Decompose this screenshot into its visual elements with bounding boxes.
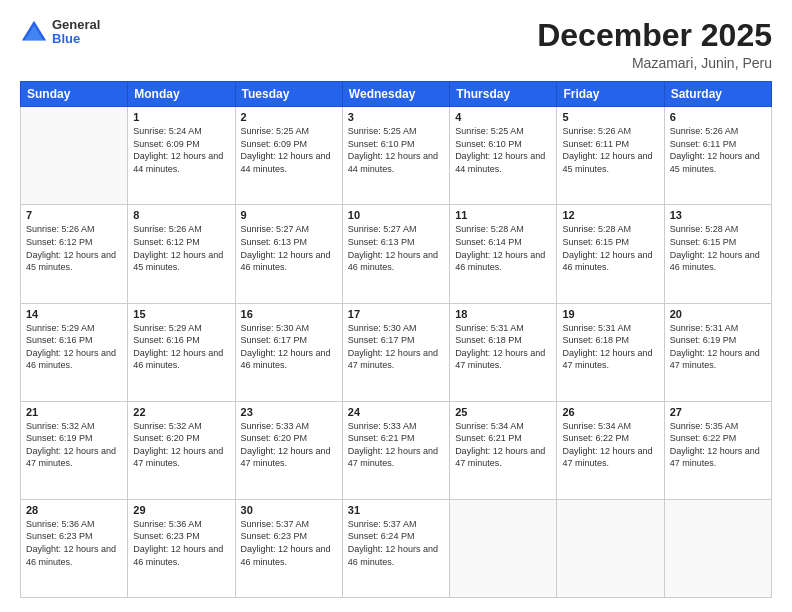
logo-blue-text: Blue [52, 32, 100, 46]
day-number: 8 [133, 209, 229, 221]
day-number: 18 [455, 308, 551, 320]
day-info: Sunrise: 5:34 AMSunset: 6:22 PMDaylight:… [562, 420, 658, 470]
calendar-cell: 16Sunrise: 5:30 AMSunset: 6:17 PMDayligh… [235, 303, 342, 401]
calendar-week-5: 28Sunrise: 5:36 AMSunset: 6:23 PMDayligh… [21, 499, 772, 597]
calendar-cell: 7Sunrise: 5:26 AMSunset: 6:12 PMDaylight… [21, 205, 128, 303]
day-number: 30 [241, 504, 337, 516]
day-number: 31 [348, 504, 444, 516]
calendar-cell: 9Sunrise: 5:27 AMSunset: 6:13 PMDaylight… [235, 205, 342, 303]
calendar-table: SundayMondayTuesdayWednesdayThursdayFrid… [20, 81, 772, 598]
day-info: Sunrise: 5:32 AMSunset: 6:20 PMDaylight:… [133, 420, 229, 470]
calendar-header-friday: Friday [557, 82, 664, 107]
day-info: Sunrise: 5:29 AMSunset: 6:16 PMDaylight:… [133, 322, 229, 372]
calendar-week-1: 1Sunrise: 5:24 AMSunset: 6:09 PMDaylight… [21, 107, 772, 205]
calendar-cell: 27Sunrise: 5:35 AMSunset: 6:22 PMDayligh… [664, 401, 771, 499]
day-info: Sunrise: 5:31 AMSunset: 6:18 PMDaylight:… [562, 322, 658, 372]
title-area: December 2025 Mazamari, Junin, Peru [537, 18, 772, 71]
day-info: Sunrise: 5:26 AMSunset: 6:12 PMDaylight:… [26, 223, 122, 273]
logo: General Blue [20, 18, 100, 47]
day-info: Sunrise: 5:29 AMSunset: 6:16 PMDaylight:… [26, 322, 122, 372]
day-info: Sunrise: 5:37 AMSunset: 6:23 PMDaylight:… [241, 518, 337, 568]
day-info: Sunrise: 5:31 AMSunset: 6:19 PMDaylight:… [670, 322, 766, 372]
calendar-cell: 15Sunrise: 5:29 AMSunset: 6:16 PMDayligh… [128, 303, 235, 401]
day-info: Sunrise: 5:30 AMSunset: 6:17 PMDaylight:… [348, 322, 444, 372]
day-number: 2 [241, 111, 337, 123]
calendar-cell: 3Sunrise: 5:25 AMSunset: 6:10 PMDaylight… [342, 107, 449, 205]
day-number: 4 [455, 111, 551, 123]
day-number: 28 [26, 504, 122, 516]
calendar-header-thursday: Thursday [450, 82, 557, 107]
day-number: 3 [348, 111, 444, 123]
day-number: 13 [670, 209, 766, 221]
day-info: Sunrise: 5:34 AMSunset: 6:21 PMDaylight:… [455, 420, 551, 470]
day-info: Sunrise: 5:25 AMSunset: 6:09 PMDaylight:… [241, 125, 337, 175]
day-info: Sunrise: 5:33 AMSunset: 6:21 PMDaylight:… [348, 420, 444, 470]
calendar-cell: 18Sunrise: 5:31 AMSunset: 6:18 PMDayligh… [450, 303, 557, 401]
calendar-cell [450, 499, 557, 597]
day-info: Sunrise: 5:31 AMSunset: 6:18 PMDaylight:… [455, 322, 551, 372]
day-info: Sunrise: 5:28 AMSunset: 6:15 PMDaylight:… [670, 223, 766, 273]
day-info: Sunrise: 5:27 AMSunset: 6:13 PMDaylight:… [348, 223, 444, 273]
calendar-cell: 24Sunrise: 5:33 AMSunset: 6:21 PMDayligh… [342, 401, 449, 499]
calendar-cell: 10Sunrise: 5:27 AMSunset: 6:13 PMDayligh… [342, 205, 449, 303]
calendar-cell: 30Sunrise: 5:37 AMSunset: 6:23 PMDayligh… [235, 499, 342, 597]
calendar-week-3: 14Sunrise: 5:29 AMSunset: 6:16 PMDayligh… [21, 303, 772, 401]
logo-general-text: General [52, 18, 100, 32]
day-info: Sunrise: 5:30 AMSunset: 6:17 PMDaylight:… [241, 322, 337, 372]
day-number: 7 [26, 209, 122, 221]
day-info: Sunrise: 5:27 AMSunset: 6:13 PMDaylight:… [241, 223, 337, 273]
day-number: 1 [133, 111, 229, 123]
day-number: 12 [562, 209, 658, 221]
logo-icon [20, 18, 48, 46]
day-number: 20 [670, 308, 766, 320]
calendar-cell: 28Sunrise: 5:36 AMSunset: 6:23 PMDayligh… [21, 499, 128, 597]
day-number: 5 [562, 111, 658, 123]
day-info: Sunrise: 5:36 AMSunset: 6:23 PMDaylight:… [26, 518, 122, 568]
day-number: 11 [455, 209, 551, 221]
calendar-cell: 22Sunrise: 5:32 AMSunset: 6:20 PMDayligh… [128, 401, 235, 499]
calendar-header-monday: Monday [128, 82, 235, 107]
day-info: Sunrise: 5:28 AMSunset: 6:15 PMDaylight:… [562, 223, 658, 273]
month-title: December 2025 [537, 18, 772, 53]
day-info: Sunrise: 5:25 AMSunset: 6:10 PMDaylight:… [455, 125, 551, 175]
calendar-header-row: SundayMondayTuesdayWednesdayThursdayFrid… [21, 82, 772, 107]
calendar-header-saturday: Saturday [664, 82, 771, 107]
day-number: 22 [133, 406, 229, 418]
day-number: 9 [241, 209, 337, 221]
calendar-cell: 21Sunrise: 5:32 AMSunset: 6:19 PMDayligh… [21, 401, 128, 499]
logo-text: General Blue [52, 18, 100, 47]
day-number: 19 [562, 308, 658, 320]
day-number: 24 [348, 406, 444, 418]
calendar-cell: 26Sunrise: 5:34 AMSunset: 6:22 PMDayligh… [557, 401, 664, 499]
calendar-cell: 5Sunrise: 5:26 AMSunset: 6:11 PMDaylight… [557, 107, 664, 205]
location: Mazamari, Junin, Peru [537, 55, 772, 71]
day-info: Sunrise: 5:28 AMSunset: 6:14 PMDaylight:… [455, 223, 551, 273]
calendar-week-2: 7Sunrise: 5:26 AMSunset: 6:12 PMDaylight… [21, 205, 772, 303]
day-info: Sunrise: 5:24 AMSunset: 6:09 PMDaylight:… [133, 125, 229, 175]
day-number: 15 [133, 308, 229, 320]
day-info: Sunrise: 5:26 AMSunset: 6:11 PMDaylight:… [670, 125, 766, 175]
page: General Blue December 2025 Mazamari, Jun… [0, 0, 792, 612]
calendar-cell: 11Sunrise: 5:28 AMSunset: 6:14 PMDayligh… [450, 205, 557, 303]
day-info: Sunrise: 5:35 AMSunset: 6:22 PMDaylight:… [670, 420, 766, 470]
day-info: Sunrise: 5:37 AMSunset: 6:24 PMDaylight:… [348, 518, 444, 568]
calendar-cell: 20Sunrise: 5:31 AMSunset: 6:19 PMDayligh… [664, 303, 771, 401]
calendar-cell: 31Sunrise: 5:37 AMSunset: 6:24 PMDayligh… [342, 499, 449, 597]
day-info: Sunrise: 5:36 AMSunset: 6:23 PMDaylight:… [133, 518, 229, 568]
header: General Blue December 2025 Mazamari, Jun… [20, 18, 772, 71]
calendar-cell: 4Sunrise: 5:25 AMSunset: 6:10 PMDaylight… [450, 107, 557, 205]
calendar-cell: 23Sunrise: 5:33 AMSunset: 6:20 PMDayligh… [235, 401, 342, 499]
calendar-header-sunday: Sunday [21, 82, 128, 107]
calendar-cell [664, 499, 771, 597]
day-number: 6 [670, 111, 766, 123]
day-number: 16 [241, 308, 337, 320]
calendar-cell: 2Sunrise: 5:25 AMSunset: 6:09 PMDaylight… [235, 107, 342, 205]
day-info: Sunrise: 5:33 AMSunset: 6:20 PMDaylight:… [241, 420, 337, 470]
day-number: 26 [562, 406, 658, 418]
calendar-cell: 25Sunrise: 5:34 AMSunset: 6:21 PMDayligh… [450, 401, 557, 499]
day-number: 17 [348, 308, 444, 320]
calendar-cell: 14Sunrise: 5:29 AMSunset: 6:16 PMDayligh… [21, 303, 128, 401]
calendar-cell: 1Sunrise: 5:24 AMSunset: 6:09 PMDaylight… [128, 107, 235, 205]
day-number: 25 [455, 406, 551, 418]
day-number: 14 [26, 308, 122, 320]
